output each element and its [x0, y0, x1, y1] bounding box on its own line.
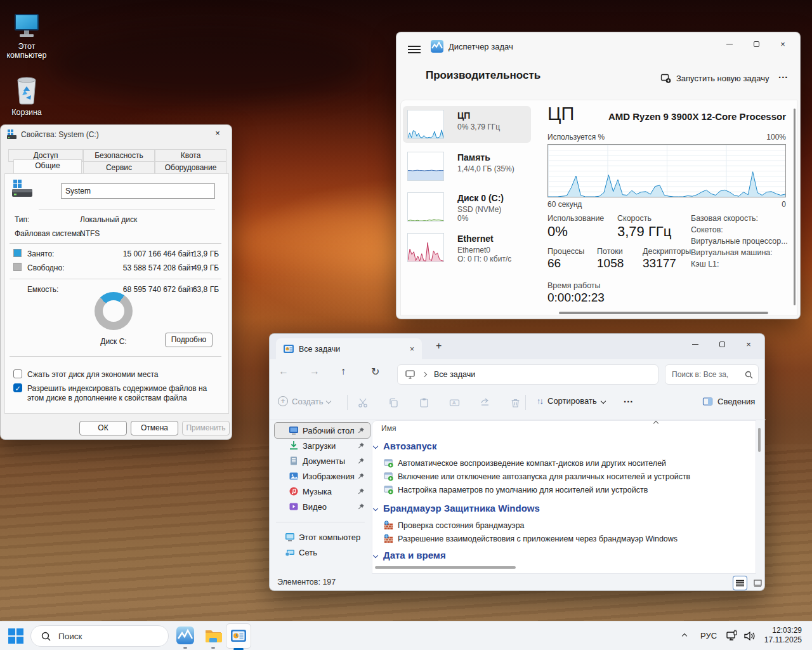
- group-header-autoplay[interactable]: Автозапуск: [374, 441, 436, 451]
- sidebar-item-downloads[interactable]: Загрузки: [275, 438, 370, 453]
- paste-icon[interactable]: [419, 397, 429, 408]
- close-button[interactable]: ×: [769, 35, 796, 53]
- taskbar: Поиск РУС 12:03:29 17.11.2025: [0, 621, 812, 650]
- task-manager-app-icon: [431, 40, 443, 53]
- divider: [10, 243, 221, 244]
- desktop-icon-recycle-bin[interactable]: Корзина: [0, 71, 53, 117]
- search-box[interactable]: Поиск в: Все за,: [665, 364, 759, 385]
- apply-button[interactable]: Применить: [182, 421, 230, 435]
- forward-button[interactable]: →: [310, 366, 320, 377]
- create-button[interactable]: + Создать: [278, 396, 331, 406]
- toolbar-more-button[interactable]: ...: [624, 394, 634, 404]
- task-item[interactable]: Разрешение взаимодействовия с приложение…: [384, 534, 678, 543]
- details-button[interactable]: Подробно: [165, 333, 213, 347]
- more-options-button[interactable]: ...: [778, 69, 789, 80]
- close-button[interactable]: ×: [735, 335, 762, 353]
- sidebar-item-network[interactable]: Сеть: [275, 545, 370, 560]
- ethernet-card[interactable]: Ethernet Ethernet0 О: 0 П: 0 кбит/с: [403, 229, 531, 266]
- back-button[interactable]: ←: [278, 366, 289, 377]
- compress-checkbox[interactable]: [13, 369, 22, 378]
- sidebar-item-pictures[interactable]: Изображения: [275, 468, 370, 484]
- explorer-tab[interactable]: Все задачи ×: [276, 338, 422, 359]
- hidden-icons-chevron[interactable]: [682, 633, 687, 639]
- volume-name-input[interactable]: System: [61, 183, 215, 199]
- documents-icon: [289, 456, 299, 466]
- task-manager-titlebar[interactable]: Диспетчер задач ×: [396, 32, 800, 64]
- memory-card[interactable]: Память 1,4/4,0 ГБ (35%): [403, 148, 531, 185]
- copy-icon[interactable]: [388, 397, 399, 408]
- hamburger-menu-icon[interactable]: [408, 44, 421, 55]
- column-header-name[interactable]: Имя: [381, 424, 396, 433]
- explorer-tabbar[interactable]: Все задачи × + ×: [270, 334, 764, 359]
- taskbar-explorer-icon[interactable]: [204, 627, 222, 644]
- horizontal-scrollbar[interactable]: [559, 312, 768, 314]
- dialog-titlebar[interactable]: Свойства: System (C:) ×: [1, 125, 232, 144]
- vertical-scrollbar[interactable]: [758, 428, 761, 452]
- rename-icon[interactable]: A: [449, 397, 460, 408]
- group-header-datetime[interactable]: Дата и время: [374, 550, 446, 560]
- address-bar[interactable]: Все задачи: [397, 364, 658, 385]
- minimize-button[interactable]: [682, 335, 709, 353]
- group-header-firewall[interactable]: Брандмауэр Защитника Windows: [374, 503, 540, 514]
- sidebar-item-music[interactable]: Музыка: [275, 484, 370, 499]
- group-collapse-icon[interactable]: [373, 505, 378, 510]
- group-title: Автозапуск: [383, 441, 436, 451]
- tab-close-icon[interactable]: ×: [410, 345, 414, 354]
- desktop-icon-this-pc[interactable]: Этот компьютер: [0, 5, 53, 60]
- taskbar-search[interactable]: Поиск: [30, 625, 169, 647]
- sidebar-item-this-pc[interactable]: Этот компьютер: [275, 529, 370, 545]
- maximize-button[interactable]: [709, 335, 735, 353]
- sidebar-item-label: Музыка: [303, 487, 357, 496]
- toolbar-divider: [525, 395, 526, 410]
- maximize-button[interactable]: [743, 35, 769, 53]
- tab-hardware[interactable]: Оборудование: [155, 161, 226, 174]
- task-item[interactable]: Включение или отключение автозапуска для…: [384, 472, 690, 481]
- taskbar-task-manager-icon[interactable]: [176, 627, 194, 644]
- dialog-close-button[interactable]: ×: [210, 128, 225, 141]
- group-collapse-icon[interactable]: [373, 443, 378, 448]
- sidebar-item-documents[interactable]: Документы: [275, 453, 370, 468]
- tab-quota[interactable]: Квота: [155, 149, 226, 162]
- search-text: Поиск в: Все за,: [672, 370, 745, 379]
- sidebar-item-desktop[interactable]: Рабочий стол: [275, 423, 370, 438]
- task-item[interactable]: Проверка состояния брандмауэра: [384, 521, 525, 530]
- up-button[interactable]: ↑: [341, 366, 346, 377]
- vertical-scrollbar[interactable]: [794, 109, 796, 305]
- tab-security[interactable]: Безопасность: [83, 149, 155, 162]
- taskbar-clock[interactable]: 12:03:29 17.11.2025: [756, 626, 802, 645]
- sidebar-item-videos[interactable]: Видео: [275, 499, 370, 514]
- cut-icon[interactable]: [358, 397, 369, 408]
- sort-button[interactable]: ↑↓ Сортировать: [537, 396, 605, 406]
- new-tab-button[interactable]: +: [436, 340, 442, 352]
- group-collapse-icon[interactable]: [373, 552, 378, 557]
- divider: [39, 209, 215, 209]
- start-button[interactable]: [8, 628, 24, 644]
- refresh-button[interactable]: ↻: [371, 366, 379, 378]
- taskbar-active-app[interactable]: [226, 623, 251, 649]
- network-tray-icon[interactable]: [726, 630, 738, 642]
- ok-button[interactable]: ОК: [79, 421, 127, 435]
- run-new-task-button[interactable]: Запустить новую задачу: [660, 73, 769, 84]
- thumbnail-view-button[interactable]: [750, 576, 765, 590]
- minimize-button[interactable]: [716, 35, 743, 53]
- window-controls: ×: [716, 35, 796, 53]
- horizontal-scrollbar[interactable]: [375, 566, 516, 569]
- cpu-card[interactable]: ЦП 0% 3,79 ГГц: [403, 106, 531, 143]
- cancel-button[interactable]: Отмена: [131, 421, 178, 435]
- list-view-button[interactable]: [733, 576, 747, 590]
- task-item-label: Разрешение взаимодействовия с приложение…: [398, 534, 678, 543]
- details-pane-button[interactable]: Сведения: [702, 396, 755, 407]
- tab-general[interactable]: Общие: [13, 159, 82, 174]
- search-placeholder: Поиск: [58, 632, 82, 641]
- share-icon[interactable]: [480, 397, 490, 408]
- all-tasks-app-icon: [231, 628, 246, 644]
- task-item[interactable]: Автоматическое воспроизведение компакт-д…: [384, 458, 666, 468]
- disk-card[interactable]: Диск 0 (C:) SSD (NVMe) 0%: [403, 189, 531, 225]
- language-indicator[interactable]: РУС: [700, 631, 717, 640]
- volume-tray-icon[interactable]: [743, 630, 756, 642]
- tab-tools[interactable]: Сервис: [83, 161, 155, 174]
- sidebar-item-label: Изображения: [303, 472, 357, 481]
- index-checkbox[interactable]: ✓: [13, 383, 22, 392]
- task-item[interactable]: Настройка параметров по умолчанию для но…: [384, 485, 648, 494]
- delete-icon[interactable]: [510, 397, 521, 408]
